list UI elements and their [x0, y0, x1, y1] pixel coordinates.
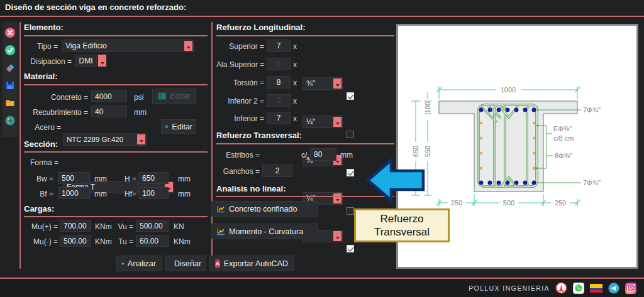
divider [216, 35, 394, 36]
hf-label: Hf= [113, 190, 136, 198]
x-separator: x [293, 97, 297, 105]
whatsapp-icon[interactable] [573, 283, 584, 294]
bf-input[interactable]: 1000 [58, 187, 90, 199]
dim-bottom-center: 500 [503, 199, 514, 207]
tu-input[interactable]: 60.00 [136, 235, 169, 247]
rl-row-label: Ala Superior = [216, 60, 264, 69]
ganchos-label: Ganchos = [216, 167, 260, 176]
app-window: Diseño de sección viga en concreto refor… [0, 0, 644, 297]
concreto-value: 4000 [95, 92, 112, 101]
palette-icon[interactable] [4, 115, 16, 126]
rl-checkbox[interactable] [347, 92, 354, 100]
colombia-flag-icon[interactable] [590, 284, 602, 293]
table-edit-icon [165, 122, 168, 131]
brand-text: POLLUX INGENIERIA [469, 284, 550, 292]
tipo-value: Viga Edificio [65, 41, 107, 50]
estribos-spacing-label: c/ [301, 151, 307, 159]
dim-web-height: 550 [424, 146, 431, 157]
momento-curvatura-button[interactable]: Momento - Curvatura [211, 224, 318, 239]
chevron-down-icon[interactable] [98, 55, 106, 67]
disenar-button[interactable]: Diseñar [165, 256, 206, 271]
editar-acero-button[interactable]: Editar [161, 119, 196, 134]
label-torsion-bars: 8Φ⅜" [555, 152, 572, 159]
table-icon [158, 92, 166, 100]
estribos-spacing-input[interactable]: 80 [310, 148, 336, 161]
title-divider [0, 16, 644, 17]
rl-qty-input[interactable]: 0 [267, 94, 291, 107]
recubrimiento-value: 40 [95, 107, 103, 116]
mu-pos-unit: KNm [95, 222, 112, 231]
disipacion-label: Disipacion = [24, 57, 72, 66]
rl-qty-input[interactable]: 7 [267, 40, 291, 52]
disipacion-value-field[interactable]: DMI [75, 55, 97, 67]
mu-neg-input[interactable]: 500.00 [60, 235, 91, 247]
h-input[interactable]: 650 [138, 172, 169, 184]
rl-checkbox[interactable] [347, 169, 354, 176]
bf-value: 1000 [62, 189, 79, 198]
x-separator: x [293, 114, 297, 123]
rl-row-label: Torsión = [216, 78, 264, 87]
vu-input[interactable]: 500.00 [136, 220, 169, 232]
dim-top: 1000 [501, 86, 516, 94]
rl-qty: 0 [277, 60, 281, 68]
toolbar-strip [3, 22, 18, 137]
mu-pos-label: Mu(+) = [24, 222, 58, 231]
recubrimiento-input[interactable]: 40 [91, 105, 127, 117]
analizar-button[interactable]: Analizar [116, 256, 162, 271]
bw-input[interactable]: 500 [58, 172, 90, 184]
dim-bottom-right: 250 [555, 199, 566, 207]
ganchos-input[interactable]: 2 [262, 165, 292, 177]
h-value: 650 [142, 174, 155, 183]
rl-qty-input[interactable]: 0 [267, 58, 291, 70]
save-icon[interactable] [4, 80, 16, 91]
mu-neg-value: 500.00 [64, 237, 87, 246]
vu-unit: KN [174, 222, 184, 231]
pollux-logo-icon[interactable] [555, 282, 567, 294]
mu-neg-unit: KNm [95, 237, 112, 246]
estribos-label: Estribos = [216, 151, 260, 159]
instagram-icon[interactable] [625, 283, 636, 294]
footer-right: POLLUX INGENIERIA [469, 281, 636, 295]
annotation-arrow-left-icon [364, 157, 426, 204]
hf-value: 100 [142, 189, 155, 198]
checked-box-icon [122, 259, 124, 268]
rl-qty: 8 [277, 78, 281, 87]
close-icon[interactable] [4, 27, 16, 38]
hf-input[interactable]: 100 [138, 187, 169, 199]
rl-size-dropdown[interactable]: ¼" [303, 116, 343, 128]
rl-qty: 0 [277, 96, 281, 105]
rl-checkbox[interactable] [347, 207, 354, 215]
vu-label: Vu = [113, 222, 133, 231]
rl-checkbox[interactable] [347, 245, 354, 252]
autocad-icon: A [215, 259, 220, 268]
tipo-dropdown[interactable]: Viga Edificio [62, 40, 194, 52]
mu-pos-input[interactable]: 700.00 [60, 220, 91, 232]
rl-size-dropdown[interactable]: ¾" [303, 77, 343, 90]
chevron-down-icon[interactable] [137, 134, 145, 144]
chevron-down-icon[interactable] [333, 117, 341, 127]
rl-size: ¼" [306, 117, 315, 126]
chevron-down-icon[interactable] [333, 78, 341, 89]
eraser-icon[interactable] [4, 62, 16, 73]
rl-qty-input[interactable]: 8 [267, 76, 291, 89]
concreto-input[interactable]: 4000 [91, 90, 127, 102]
chevron-down-icon[interactable] [333, 231, 341, 241]
exportar-autocad-button[interactable]: A Exportar AutoCAD [209, 256, 294, 271]
chevron-down-icon[interactable] [184, 41, 192, 51]
rl-checkbox[interactable] [347, 131, 354, 138]
section-heading-material: Material: [24, 72, 57, 81]
rl-qty-input[interactable]: 7 [267, 112, 291, 124]
rl-qty: 7 [277, 41, 281, 50]
acero-dropdown[interactable]: NTC 2289 Gr.420 [63, 133, 147, 146]
chevron-down-icon[interactable] [333, 193, 341, 203]
open-folder-icon[interactable] [4, 97, 16, 109]
vu-value: 500.00 [140, 222, 163, 230]
dim-total-height: 650 [412, 146, 419, 157]
dim-flange: 100 [424, 102, 431, 113]
check-icon[interactable] [4, 45, 16, 56]
concreto-confinado-button[interactable]: Concreto confinado [211, 201, 318, 217]
telegram-icon[interactable] [608, 283, 619, 294]
disenar-label: Diseñar [174, 259, 201, 268]
rl-row-label: Inferior 2 = [216, 97, 264, 105]
label-top-bars: 7Φ¾" [583, 106, 601, 114]
